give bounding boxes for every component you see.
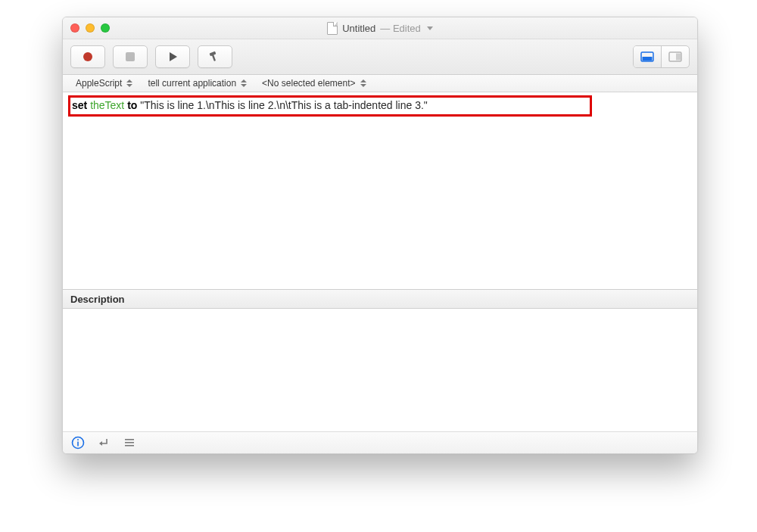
- script-editor-area[interactable]: set theText to "This is line 1.\nThis is…: [63, 92, 697, 289]
- string-literal: "This is line 1.\nThis is line 2.\n\tThi…: [140, 99, 428, 111]
- play-icon: [167, 51, 179, 63]
- window-title: Untitled: [342, 23, 375, 34]
- traffic-lights: [70, 23, 110, 33]
- window-edited-status: — Edited: [380, 23, 420, 34]
- code-line-1[interactable]: set theText to "This is line 1.\nThis is…: [72, 99, 428, 111]
- record-button[interactable]: [70, 45, 105, 68]
- description-header-label: Description: [70, 294, 125, 305]
- svg-rect-7: [676, 54, 681, 61]
- stepper-arrows-icon: [360, 79, 366, 87]
- list-icon: [123, 436, 136, 450]
- minimize-window-button[interactable]: [86, 23, 95, 33]
- svg-rect-9: [77, 442, 79, 446]
- svg-point-0: [83, 52, 92, 61]
- build-button[interactable]: [198, 45, 232, 68]
- hammer-icon: [208, 50, 222, 64]
- chevron-down-icon[interactable]: [427, 26, 433, 30]
- results-pane-icon: [640, 51, 654, 62]
- navigation-bar: AppleScript tell current application <No…: [63, 75, 697, 92]
- toolbar: [63, 39, 697, 75]
- title-bar[interactable]: Untitled — Edited: [63, 17, 697, 39]
- close-window-button[interactable]: [70, 23, 79, 33]
- language-label: AppleScript: [76, 78, 122, 89]
- enter-button[interactable]: [96, 435, 111, 450]
- status-bar: [63, 432, 697, 453]
- context-label: tell current application: [148, 78, 236, 89]
- stop-button[interactable]: [113, 45, 148, 68]
- keyword-to: to: [127, 99, 137, 111]
- svg-rect-14: [125, 445, 134, 446]
- return-arrow-icon: [97, 436, 111, 450]
- view-results-button[interactable]: [634, 46, 661, 67]
- zoom-window-button[interactable]: [101, 23, 110, 33]
- view-log-button[interactable]: [661, 46, 689, 67]
- svg-marker-1: [170, 52, 177, 61]
- stepper-arrows-icon: [126, 79, 132, 87]
- record-icon: [82, 51, 94, 63]
- svg-rect-13: [125, 442, 134, 443]
- info-button[interactable]: [70, 435, 86, 450]
- window-title-group: Untitled — Edited: [63, 22, 697, 35]
- stop-icon: [126, 52, 135, 61]
- svg-rect-3: [211, 54, 216, 61]
- description-panel-header[interactable]: Description: [63, 289, 697, 309]
- variable-name: theText: [90, 99, 124, 111]
- keyword-set: set: [72, 99, 87, 111]
- svg-rect-12: [125, 439, 134, 440]
- description-panel-body[interactable]: [63, 309, 697, 432]
- selection-label: <No selected element>: [262, 78, 355, 89]
- run-button[interactable]: [155, 45, 190, 68]
- info-icon: [71, 436, 85, 450]
- selection-popup[interactable]: <No selected element>: [255, 76, 372, 91]
- language-popup[interactable]: AppleScript: [69, 76, 139, 91]
- stepper-arrows-icon: [241, 79, 247, 87]
- log-pane-icon: [668, 51, 682, 62]
- list-button[interactable]: [122, 435, 137, 450]
- context-popup[interactable]: tell current application: [141, 76, 254, 91]
- svg-rect-10: [77, 439, 79, 440]
- view-mode-segment: [633, 45, 690, 68]
- document-icon: [327, 22, 338, 35]
- svg-rect-5: [643, 57, 653, 61]
- svg-marker-11: [99, 441, 102, 446]
- app-window: Untitled — Edited: [62, 17, 698, 454]
